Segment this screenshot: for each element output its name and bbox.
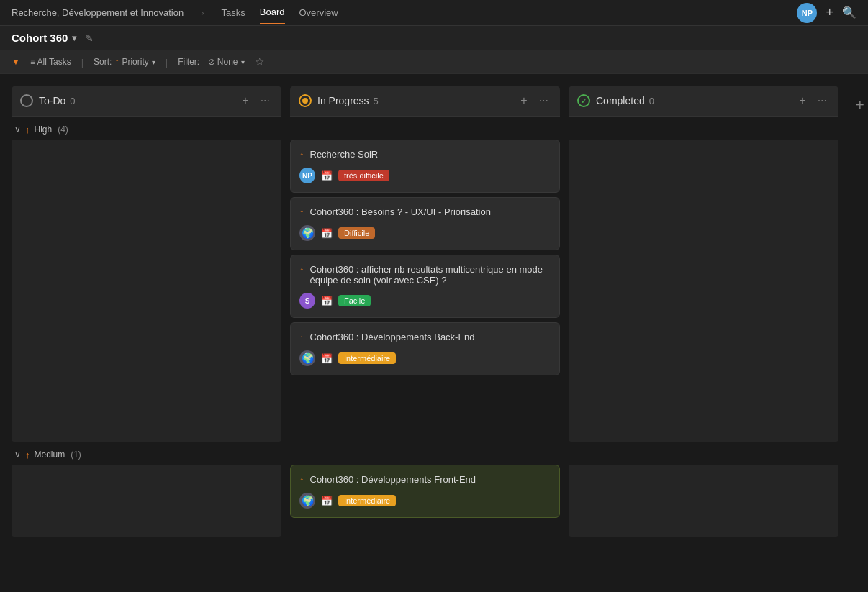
- completed-column-title: Completed 0: [596, 95, 790, 106]
- group-collapse-icon: ∨: [14, 124, 21, 135]
- filter-bar: ▼ ≡ All Tasks | Sort: ↑ Priority ▾ | Fil…: [0, 50, 868, 74]
- card-meta: NP 📅 très difficile: [299, 168, 551, 183]
- completed-column-header: ✓ Completed 0 + ···: [569, 86, 838, 117]
- sort-button[interactable]: Sort: ↑ Priority ▾: [94, 57, 155, 67]
- difficulty-tag: très difficile: [338, 170, 389, 181]
- high-columns-row: ↑ Recherche SolR NP 📅 très difficile ↑: [12, 140, 856, 442]
- priority-icon: ↑: [299, 475, 304, 486]
- inprogress-add-button[interactable]: +: [517, 93, 530, 109]
- card-title: ↑ Recherche SolR: [299, 149, 551, 160]
- board-container: To-Do 0 + ··· In Progress 5: [0, 74, 868, 584]
- group-high-count: (4): [58, 124, 68, 135]
- inprogress-status-icon: [299, 94, 312, 107]
- group-medium-header[interactable]: ∨ ↑ Medium (1): [12, 445, 856, 465]
- add-column-button[interactable]: +: [850, 91, 868, 119]
- group-medium: ∨ ↑ Medium (1) ↑ Cohort360 : Développeme…: [12, 445, 856, 537]
- completed-status-icon: ✓: [577, 94, 590, 107]
- column-headers-row: To-Do 0 + ··· In Progress 5: [12, 86, 856, 119]
- group-high: ∨ ↑ High (4) ↑ Recherche SolR: [12, 119, 856, 442]
- todo-col-actions: + ···: [239, 93, 273, 109]
- completed-more-button[interactable]: ···: [815, 93, 830, 109]
- medium-todo-col: [12, 465, 281, 537]
- group-high-header[interactable]: ∨ ↑ High (4): [12, 119, 856, 140]
- card-cohort360-backend[interactable]: ↑ Cohort360 : Développements Back-End 🌍 …: [290, 322, 560, 375]
- completed-add-button[interactable]: +: [796, 93, 808, 109]
- calendar-icon: 📅: [321, 170, 333, 181]
- card-meta: 🌍 📅 Difficile: [299, 225, 551, 241]
- calendar-icon: 📅: [321, 296, 333, 306]
- card-cohort360-frontend[interactable]: ↑ Cohort360 : Développements Front-End 🌍…: [290, 465, 560, 518]
- group-medium-count: (1): [71, 450, 81, 460]
- card-meta: S 📅 Facile: [299, 293, 551, 309]
- add-icon[interactable]: +: [826, 5, 833, 20]
- group-collapse-icon: ∨: [14, 450, 21, 460]
- top-nav: Recherche, Développement et Innovation ›…: [0, 0, 868, 26]
- tab-tasks[interactable]: Tasks: [222, 1, 245, 24]
- user-avatar[interactable]: NP: [797, 3, 817, 23]
- difficulty-tag: Intermédiaire: [338, 495, 396, 506]
- group-high-label: High: [35, 124, 53, 135]
- inprogress-column-header-wrapper: In Progress 5 + ···: [290, 86, 560, 117]
- priority-icon: ↑: [299, 207, 304, 218]
- difficulty-tag: Difficile: [338, 227, 375, 239]
- priority-icon: ↑: [299, 150, 304, 160]
- medium-columns-row: ↑ Cohort360 : Développements Front-End 🌍…: [12, 465, 856, 537]
- project-dropdown-arrow[interactable]: ▾: [72, 33, 76, 43]
- card-cohort360-resultats[interactable]: ↑ Cohort360 : afficher nb resultats mult…: [290, 255, 560, 318]
- project-name[interactable]: Cohort 360 ▾: [12, 32, 76, 44]
- group-medium-label: Medium: [35, 450, 65, 460]
- search-icon[interactable]: 🔍: [842, 6, 856, 19]
- project-toolbar: Cohort 360 ▾ ✎: [0, 26, 868, 50]
- inprogress-col-actions: + ···: [517, 93, 551, 109]
- card-cohort360-besoins[interactable]: ↑ Cohort360 : Besoins ? - UX/UI - Priori…: [290, 197, 560, 250]
- todo-more-button[interactable]: ···: [258, 93, 273, 109]
- card-meta: 🌍 📅 Intermédiaire: [299, 493, 551, 509]
- todo-column-title: To-Do 0: [39, 95, 233, 106]
- medium-completed-col: [569, 465, 838, 537]
- high-todo-col: [12, 140, 281, 442]
- avatar: S: [299, 293, 315, 309]
- card-title: ↑ Cohort360 : Développements Front-End: [299, 474, 551, 486]
- priority-icon: ↑: [299, 332, 304, 343]
- todo-add-button[interactable]: +: [239, 93, 251, 109]
- todo-column-header-wrapper: To-Do 0 + ···: [12, 86, 281, 117]
- avatar: 🌍: [299, 493, 315, 509]
- priority-icon: ↑: [299, 265, 304, 275]
- inprogress-column-header: In Progress 5 + ···: [290, 86, 560, 117]
- filter-button[interactable]: ▼: [12, 57, 20, 67]
- avatar: 🌍: [299, 225, 315, 241]
- medium-priority-icon: ↑: [25, 450, 30, 460]
- difficulty-tag: Intermédiaire: [338, 352, 396, 364]
- completed-column-header-wrapper: ✓ Completed 0 + ···: [569, 86, 838, 117]
- tab-overview[interactable]: Overview: [299, 1, 338, 24]
- all-tasks-button[interactable]: ≡ All Tasks: [30, 57, 71, 67]
- edit-icon[interactable]: ✎: [85, 32, 94, 44]
- high-priority-icon: ↑: [25, 124, 30, 135]
- tab-board[interactable]: Board: [260, 1, 285, 24]
- breadcrumb: Recherche, Développement et Innovation: [12, 7, 184, 18]
- high-inprogress-col: ↑ Recherche SolR NP 📅 très difficile ↑: [290, 140, 560, 380]
- card-title: ↑ Cohort360 : afficher nb resultats mult…: [299, 264, 551, 286]
- difficulty-tag: Facile: [338, 295, 371, 306]
- high-completed-col: [569, 140, 838, 442]
- card-recherche-solr[interactable]: ↑ Recherche SolR NP 📅 très difficile: [290, 140, 560, 193]
- inprogress-more-button[interactable]: ···: [536, 93, 551, 109]
- card-title: ↑ Cohort360 : Développements Back-End: [299, 332, 551, 343]
- inprogress-column-title: In Progress 5: [317, 95, 512, 106]
- filter-none-button[interactable]: Filter: ⊘ None ▾: [178, 57, 244, 67]
- completed-col-actions: + ···: [796, 93, 830, 109]
- todo-column-header: To-Do 0 + ···: [12, 86, 281, 117]
- star-button[interactable]: ☆: [255, 55, 264, 68]
- todo-status-icon: [20, 94, 33, 107]
- calendar-icon: 📅: [321, 496, 333, 506]
- avatar: NP: [299, 168, 315, 183]
- card-meta: 🌍 📅 Intermédiaire: [299, 350, 551, 366]
- medium-inprogress-col: ↑ Cohort360 : Développements Front-End 🌍…: [290, 465, 560, 522]
- card-title: ↑ Cohort360 : Besoins ? - UX/UI - Priori…: [299, 206, 551, 218]
- calendar-icon: 📅: [321, 353, 333, 364]
- calendar-icon: 📅: [321, 228, 333, 239]
- board-area: To-Do 0 + ··· In Progress 5: [12, 86, 856, 539]
- avatar: 🌍: [299, 350, 315, 366]
